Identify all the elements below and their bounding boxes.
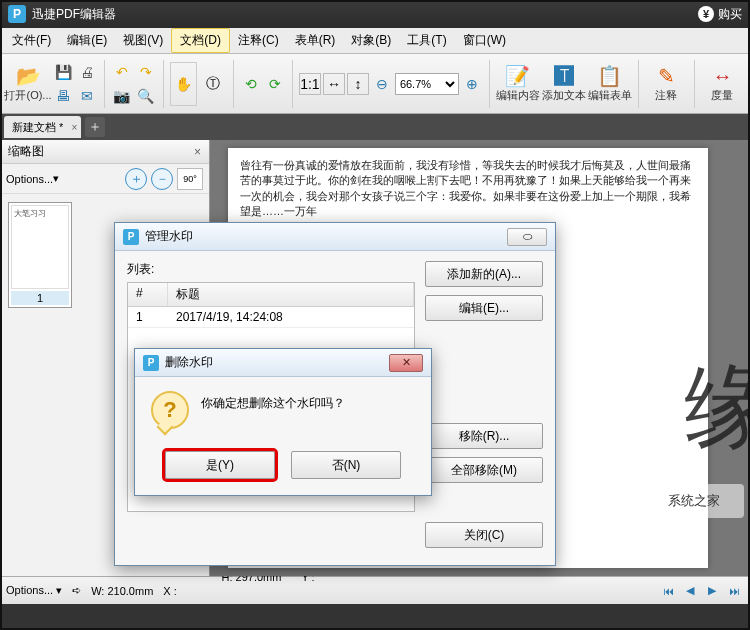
file-tools: 💾 🖨 🖶 ✉ [52,61,98,107]
printer-icon[interactable]: 🖶 [52,85,74,107]
edit-content-icon: 📝 [505,64,530,88]
watermark-row[interactable]: 1 2017/4/19, 14:24:08 [128,307,414,328]
yes-button[interactable]: 是(Y) [165,451,275,479]
list-label: 列表: [127,261,415,278]
undo-icon[interactable]: ↶ [111,61,133,83]
edit-tools: ↶ ↷ 📷 🔍 [111,61,157,107]
menu-view[interactable]: 视图(V) [115,28,171,53]
page-nav: ⏮ ◀ ▶ ⏭ [658,582,744,600]
list-header: # 标题 [128,283,414,307]
col-title: 标题 [168,283,414,306]
menu-bar: 文件(F) 编辑(E) 视图(V) 文档(D) 注释(C) 表单(R) 对象(B… [0,28,750,54]
page-xy: X : [163,585,176,597]
zoom-controls: 1:1 ↔ ↕ ⊖ 66.7% ⊕ [299,73,483,95]
zoom-select[interactable]: 66.7% [395,73,459,95]
measure-button[interactable]: ↔ 度量 [701,62,744,106]
measure-icon: ↔ [712,65,732,88]
confirm-message: 你确定想删除这个水印吗？ [201,391,345,412]
thumbnail-page-number: 1 [11,291,69,305]
zoom-in-icon[interactable]: ⊕ [461,73,483,95]
dialog-logo-icon: P [123,229,139,245]
edit-form-icon: 📋 [597,64,622,88]
save-icon[interactable]: 💾 [52,61,74,83]
print-icon[interactable]: 🖨 [76,61,98,83]
menu-form[interactable]: 表单(R) [287,28,344,53]
manage-dialog-close-button[interactable]: ⬭ [507,228,547,246]
next-page-icon[interactable]: ▶ [702,582,722,600]
first-page-icon[interactable]: ⏮ [658,582,678,600]
thumbnail-preview: 大笔习习 [11,205,69,289]
confirm-dialog-close-button[interactable]: ✕ [389,354,423,372]
row-title: 2017/4/19, 14:24:08 [168,307,414,327]
thumbnail-tools: Options... ▾ ＋ － 90° [0,164,209,194]
close-panel-icon[interactable]: × [194,145,201,159]
edit-form-button[interactable]: 📋 编辑表单 [588,62,632,106]
hand-tool-icon[interactable]: ✋ [170,62,197,106]
thumbnail-panel-title: 缩略图 × [0,140,209,164]
document-tab[interactable]: 新建文档 * × [4,116,81,138]
zoom-out-icon[interactable]: ⊖ [371,73,393,95]
document-tab-bar: 新建文档 * × ＋ [0,114,750,140]
status-arrow-icon[interactable]: ➪ [72,584,81,597]
page-text: 曾往有一份真诚的爱情放在我面前，我没有珍惜，等我失去的时候我才后悔莫及，人世间最… [240,158,696,220]
status-bar: Options... ▾ ➪ W: 210.0mm X : ⏮ ◀ ▶ ⏭ [0,576,750,604]
rotate-ccw-icon[interactable]: ⟲ [240,73,262,95]
camera-icon[interactable]: 📷 [111,85,133,107]
rotate-cw-icon[interactable]: ⟳ [264,73,286,95]
fit-height-icon[interactable]: ↕ [347,73,369,95]
remove-button[interactable]: 移除(R)... [425,423,543,449]
dialog-logo-icon: P [143,355,159,371]
add-tab-button[interactable]: ＋ [85,117,105,137]
folder-open-icon: 📂 [16,64,41,88]
menu-comment[interactable]: 注释(C) [230,28,287,53]
menu-edit[interactable]: 编辑(E) [59,28,115,53]
add-text-button[interactable]: 🆃 添加文本 [542,62,586,106]
confirm-dialog-titlebar[interactable]: P 删除水印 ✕ [135,349,431,377]
close-button[interactable]: 关闭(C) [425,522,543,548]
app-title: 迅捷PDF编辑器 [32,6,116,23]
thumb-zoom-in-icon[interactable]: ＋ [125,168,147,190]
add-text-icon: 🆃 [554,65,574,88]
add-new-button[interactable]: 添加新的(A)... [425,261,543,287]
no-button[interactable]: 否(N) [291,451,401,479]
remove-all-button[interactable]: 全部移除(M) [425,457,543,483]
app-logo-icon: P [8,5,26,23]
title-bar: P 迅捷PDF编辑器 ¥ 购买 [0,0,750,28]
menu-file[interactable]: 文件(F) [4,28,59,53]
edit-content-button[interactable]: 📝 编辑内容 [496,62,540,106]
fit-page-icon[interactable]: 1:1 [299,73,321,95]
prev-page-icon[interactable]: ◀ [680,582,700,600]
last-page-icon[interactable]: ⏭ [724,582,744,600]
open-button[interactable]: 📂 打开(O)... [6,62,50,106]
delete-confirm-dialog: P 删除水印 ✕ ? 你确定想删除这个水印吗？ 是(Y) 否(N) [134,348,432,496]
page-thumbnail[interactable]: 大笔习习 1 [8,202,72,308]
fit-width-icon[interactable]: ↔ [323,73,345,95]
search-icon[interactable]: 🔍 [135,85,157,107]
status-options[interactable]: Options... ▾ [6,584,62,597]
annotate-button[interactable]: ✎ 注释 [645,62,688,106]
manage-dialog-title: 管理水印 [145,228,193,245]
manage-dialog-titlebar[interactable]: P 管理水印 ⬭ [115,223,555,251]
buy-button[interactable]: ¥ 购买 [698,6,742,23]
menu-window[interactable]: 窗口(W) [455,28,514,53]
menu-object[interactable]: 对象(B) [343,28,399,53]
question-icon: ? [151,391,189,429]
toolbar: 📂 打开(O)... 💾 🖨 🖶 ✉ ↶ ↷ 📷 🔍 ✋ Ⓣ ⟲ ⟳ 1:1 ↔… [0,54,750,114]
text-select-icon[interactable]: Ⓣ [199,62,226,106]
menu-tool[interactable]: 工具(T) [399,28,454,53]
currency-icon: ¥ [698,6,714,22]
row-number: 1 [128,307,168,327]
menu-document[interactable]: 文档(D) [171,28,230,53]
mail-icon[interactable]: ✉ [76,85,98,107]
page-width: W: 210.0mm [91,585,153,597]
rotate-tools: ⟲ ⟳ [240,73,286,95]
annotate-icon: ✎ [658,64,675,88]
close-tab-icon[interactable]: × [72,122,78,133]
corner-watermark: 系统之家 [644,484,744,518]
redo-icon[interactable]: ↷ [135,61,157,83]
thumbnail-options[interactable]: Options... ▾ [6,172,59,185]
col-number: # [128,283,168,306]
thumb-rotate-button[interactable]: 90° [177,168,203,190]
edit-button[interactable]: 编辑(E)... [425,295,543,321]
thumb-zoom-out-icon[interactable]: － [151,168,173,190]
